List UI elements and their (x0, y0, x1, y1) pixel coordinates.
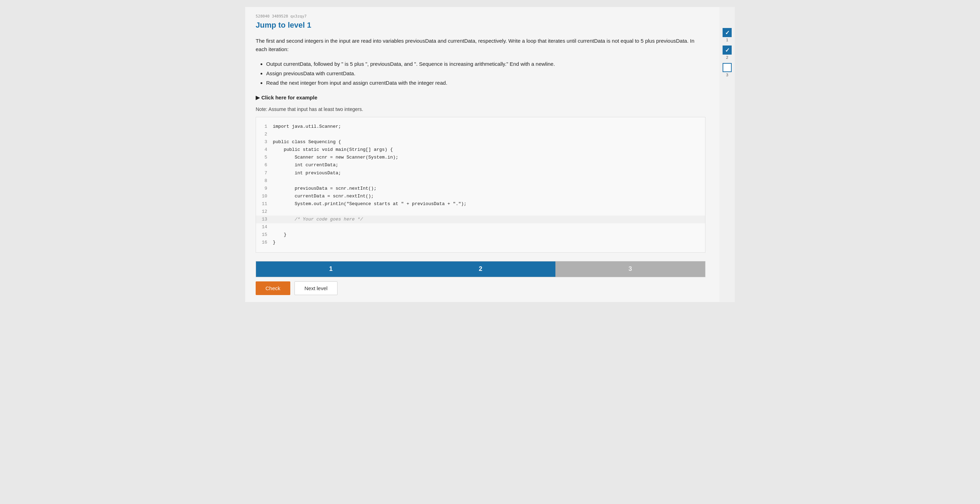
code-line: 9 previousData = scnr.nextInt(); (256, 185, 705, 193)
level-number: 1 (726, 38, 728, 42)
line-number: 6 (262, 161, 273, 169)
level-checkbox[interactable]: ✓ (722, 46, 732, 54)
line-number: 8 (262, 177, 273, 185)
code-line: 5 Scanner scnr = new Scanner(System.in); (256, 154, 705, 161)
code-line: 7 int previousData; (256, 169, 705, 177)
level-tabs: 123 (256, 261, 705, 277)
main-content: 528040 3489528 qx3zqy7 Jump to level 1 T… (245, 7, 719, 302)
line-number: 5 (262, 154, 273, 161)
code-line: 15 } (256, 231, 705, 239)
bullet-item: Output currentData, followed by " is 5 p… (266, 59, 705, 69)
line-code: } (273, 231, 286, 239)
jump-title: Jump to level 1 (256, 21, 705, 30)
line-number: 2 (262, 131, 273, 138)
code-line: 6 int currentData; (256, 161, 705, 169)
code-line: 16} (256, 239, 705, 246)
sidebar-level-item[interactable]: ✓2 (722, 46, 732, 59)
line-number: 10 (262, 193, 273, 200)
level-checkbox[interactable] (722, 63, 732, 72)
sidebar-level-item[interactable]: 3 (722, 63, 732, 77)
code-line: 13 /* Your code goes here */ (256, 215, 705, 223)
description-paragraph: The first and second integers in the inp… (256, 37, 705, 54)
next-level-button[interactable]: Next level (294, 281, 338, 295)
line-number: 1 (262, 123, 273, 131)
sidebar-right: ✓1✓23 (719, 7, 735, 302)
line-number: 16 (262, 239, 273, 246)
level-checkbox[interactable]: ✓ (722, 28, 732, 37)
line-code: } (273, 239, 275, 246)
code-line: 12 (256, 208, 705, 215)
code-line: 10 currentData = scnr.nextInt(); (256, 193, 705, 200)
line-code: import java.util.Scanner; (273, 123, 341, 131)
line-code: public static void main(String[] args) { (273, 146, 393, 154)
line-number: 11 (262, 200, 273, 208)
line-code: Scanner scnr = new Scanner(System.in); (273, 154, 398, 161)
checkmark-icon: ✓ (725, 29, 730, 36)
meta-id: 528040 3489528 qx3zqy7 (256, 14, 705, 19)
code-line: 2 (256, 131, 705, 138)
line-code: currentData = scnr.nextInt(); (273, 193, 374, 200)
line-number: 15 (262, 231, 273, 239)
bullet-list: Output currentData, followed by " is 5 p… (256, 59, 705, 88)
line-number: 3 (262, 138, 273, 146)
line-code: System.out.println("Sequence starts at "… (273, 200, 466, 208)
code-line: 14 (256, 223, 705, 231)
line-code: previousData = scnr.nextInt(); (273, 185, 376, 193)
line-code: int previousData; (273, 169, 341, 177)
bullet-item: Read the next integer from input and ass… (266, 78, 705, 88)
code-line: 1import java.util.Scanner; (256, 123, 705, 131)
level-tab-1[interactable]: 1 (256, 262, 406, 277)
line-code: public class Sequencing { (273, 138, 341, 146)
line-number: 13 (262, 215, 273, 223)
code-line: 3public class Sequencing { (256, 138, 705, 146)
check-button[interactable]: Check (256, 281, 290, 295)
level-tab-2[interactable]: 2 (406, 262, 555, 277)
level-number: 3 (726, 73, 728, 77)
code-line: 11 System.out.println("Sequence starts a… (256, 200, 705, 208)
line-number: 14 (262, 223, 273, 231)
note-text: Note: Assume that input has at least two… (256, 107, 705, 112)
line-number: 12 (262, 208, 273, 215)
line-code: int currentData; (273, 161, 338, 169)
code-line: 8 (256, 177, 705, 185)
click-example[interactable]: Click here for example (256, 94, 705, 101)
line-number: 4 (262, 146, 273, 154)
checkmark-icon: ✓ (725, 47, 730, 54)
code-editor[interactable]: 1import java.util.Scanner;23public class… (256, 117, 705, 253)
code-line: 4 public static void main(String[] args)… (256, 146, 705, 154)
line-number: 9 (262, 185, 273, 193)
bullet-item: Assign previousData with currentData. (266, 69, 705, 78)
level-number: 2 (726, 55, 728, 59)
level-tab-3[interactable]: 3 (555, 262, 705, 277)
bottom-buttons: Check Next level (256, 281, 705, 295)
line-number: 7 (262, 169, 273, 177)
sidebar-level-item[interactable]: ✓1 (722, 28, 732, 42)
line-code: /* Your code goes here */ (273, 215, 363, 223)
